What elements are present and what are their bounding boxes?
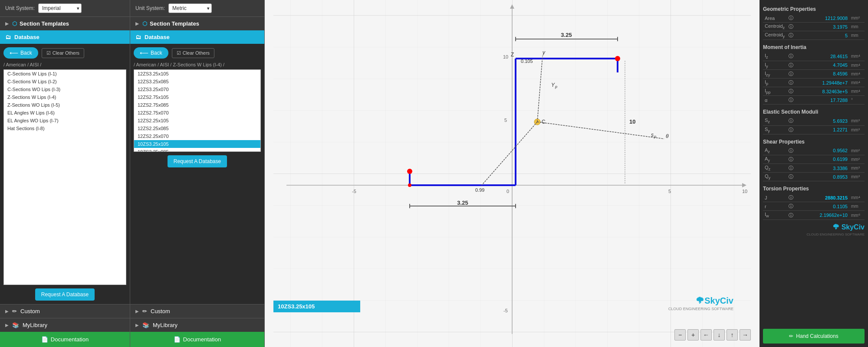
middle-back-icon: ⟵: [140, 49, 148, 56]
section-canvas: 0 5 10 -5 10 5 -5: [265, 0, 760, 347]
middle-custom-label: Custom: [151, 308, 170, 314]
left-unit-select-wrapper[interactable]: Imperial Metric: [38, 3, 82, 13]
middle-section-templates[interactable]: ▶ ⬡ Section Templates: [130, 17, 264, 30]
left-doc-button[interactable]: 📄 Documentation: [0, 332, 130, 347]
middle-unit-bar: Unit System: Imperial Metric: [130, 0, 264, 17]
middle-database-header[interactable]: 🗂 Database: [130, 30, 264, 44]
svg-text:5: 5: [504, 118, 507, 123]
middle-unit-select[interactable]: Imperial Metric: [168, 3, 212, 13]
list-item[interactable]: C-Sections WO Lips (I-3): [4, 85, 126, 93]
pan-down-button[interactable]: ↓: [713, 329, 725, 340]
left-database-header[interactable]: 🗂 Database: [0, 30, 130, 44]
svg-text:0.105: 0.105: [521, 59, 533, 64]
left-templates-icon: ⬡: [12, 20, 17, 27]
middle-back-button[interactable]: ⟵ Back: [134, 47, 168, 59]
hand-calculations-button[interactable]: ✏ Hand Calculations: [763, 329, 865, 344]
svg-text:5: 5: [668, 189, 671, 194]
table-row: α ⓘ 17.7288 °: [763, 96, 865, 105]
left-database-content: ⟵ Back ☑ Clear Others / American / AISI …: [0, 44, 130, 304]
pan-up-button[interactable]: ↑: [727, 329, 738, 340]
list-item[interactable]: EL Angles WO Lips (I-7): [4, 117, 126, 124]
middle-database-content: ⟵ Back ☑ Clear Others / American / AISI …: [130, 44, 264, 304]
table-row: Az ⓘ 0.9562 mm²: [763, 147, 865, 155]
left-section-list[interactable]: C-Sections W Lips (I-1) C-Sections W Lip…: [3, 69, 126, 285]
list-item[interactable]: C-Sections W Lips (I-1): [4, 70, 126, 78]
list-item[interactable]: 12ZS2.75x085: [134, 101, 260, 109]
middle-clear-button[interactable]: ☑ Clear Others: [172, 48, 214, 58]
pan-left-button[interactable]: ←: [700, 329, 712, 340]
left-mylibrary-item[interactable]: ▶ 📚 MyLibrary: [0, 318, 130, 332]
middle-mylibrary-item[interactable]: ▶ 📚 MyLibrary: [130, 318, 264, 332]
list-item[interactable]: 12ZS2.25x085: [134, 124, 260, 132]
canvas-controls: − + ← ↓ ↑ →: [674, 329, 751, 340]
left-unit-select[interactable]: Imperial Metric: [38, 3, 82, 13]
middle-clear-icon: ☑: [177, 50, 181, 56]
middle-doc-button[interactable]: 📄 Documentation: [130, 332, 264, 347]
zoom-in-button[interactable]: +: [687, 329, 699, 340]
torsion-props-table: J ⓘ 2880.3215 mm⁴ r ⓘ 0.1105 mm Iw ⓘ 2.1…: [763, 193, 865, 219]
left-doc-label: Documentation: [51, 336, 89, 343]
shear-props-title: Shear Properties: [763, 139, 865, 145]
middle-mylibrary-arrow: ▶: [135, 323, 139, 327]
list-item[interactable]: C-Sections W Lips (I-2): [4, 78, 126, 85]
svg-text:-5: -5: [352, 189, 356, 194]
list-item[interactable]: Hat Sections (I-8): [4, 124, 126, 132]
list-item[interactable]: 12ZS3.25x105: [134, 70, 260, 78]
left-section-templates[interactable]: ▶ ⬡ Section Templates: [0, 17, 130, 30]
left-templates-label: Section Templates: [20, 20, 69, 27]
left-custom-label: Custom: [20, 308, 40, 314]
middle-custom-item[interactable]: ▶ ✏ Custom: [130, 304, 264, 318]
middle-panel: Unit System: Imperial Metric ▶ ⬡ Section…: [130, 0, 265, 347]
middle-mylibrary-label: MyLibrary: [153, 322, 178, 328]
left-custom-icon: ✏: [12, 308, 17, 314]
svg-text:10: 10: [503, 54, 508, 59]
left-doc-icon: 📄: [41, 336, 48, 343]
skyciv-logo-text: 🌩 SkyCiv: [832, 223, 865, 231]
left-mylibrary-label: MyLibrary: [23, 322, 47, 328]
list-item[interactable]: EL Angles W Lips (I-6): [4, 109, 126, 117]
geo-props-table: Area ⓘ 1212.9008 mm² Centroidz ⓘ 3.1975 …: [763, 14, 865, 40]
left-panel: Unit System: Imperial Metric ▶ ⬡ Section…: [0, 0, 130, 347]
left-clear-button[interactable]: ☑ Clear Others: [42, 48, 84, 58]
left-request-button[interactable]: Request A Database: [35, 288, 95, 301]
middle-section-list[interactable]: 12ZS3.25x105 12ZS3.25x085 12ZS3.25x070 1…: [134, 69, 261, 152]
svg-text:🌩SkyCiv: 🌩SkyCiv: [696, 296, 734, 305]
list-item[interactable]: 12ZS2.75x105: [134, 93, 260, 101]
list-item[interactable]: 12ZS2.75x070: [134, 109, 260, 117]
list-item[interactable]: Z-Sections WO Lips (I-5): [4, 101, 126, 109]
list-item[interactable]: Z-Sections W Lips (I-4): [4, 93, 126, 101]
left-mylibrary-icon: 📚: [12, 322, 19, 328]
table-row: Ipp ⓘ 8.32463e+5 mm⁴: [763, 87, 865, 96]
middle-unit-select-wrapper[interactable]: Imperial Metric: [168, 3, 212, 13]
middle-templates-label: Section Templates: [150, 20, 199, 27]
pan-right-button[interactable]: →: [740, 329, 751, 340]
middle-custom-arrow: ▶: [135, 309, 139, 314]
list-item[interactable]: 12ZS3.25x085: [134, 78, 260, 85]
list-item-selected[interactable]: 10ZS3.25x105: [134, 140, 260, 148]
middle-database-label: Database: [145, 34, 170, 40]
list-item[interactable]: 12ZS2.25x105: [134, 117, 260, 124]
middle-breadcrumb: / American / AISI / Z-Sections W Lips (I…: [134, 62, 261, 67]
canvas-area[interactable]: 0 5 10 -5 10 5 -5: [265, 0, 760, 347]
table-row: Izy ⓘ 8.4596 mm⁴: [763, 69, 865, 78]
shear-props-table: Az ⓘ 0.9562 mm² Ay ⓘ 0.6199 mm² Qz ⓘ 3.3…: [763, 147, 865, 182]
list-item[interactable]: 12ZS3.25x070: [134, 85, 260, 93]
left-database-icon: 🗂: [5, 34, 11, 40]
middle-doc-label: Documentation: [183, 336, 221, 343]
list-item[interactable]: 12ZS2.25x070: [134, 132, 260, 140]
table-row: J ⓘ 2880.3215 mm⁴: [763, 193, 865, 202]
table-row: Sy ⓘ 1.2271 mm³: [763, 125, 865, 134]
left-mylibrary-arrow: ▶: [5, 323, 9, 327]
left-btn-row: ⟵ Back ☑ Clear Others: [3, 47, 126, 59]
table-row: Sz ⓘ 5.6923 mm³: [763, 117, 865, 125]
left-unit-label: Unit System:: [5, 5, 35, 11]
svg-text:10: 10: [629, 118, 635, 125]
left-custom-item[interactable]: ▶ ✏ Custom: [0, 304, 130, 318]
zoom-out-button[interactable]: −: [674, 329, 686, 340]
list-item[interactable]: 10ZS3.25x085: [134, 148, 260, 152]
middle-btn-row: ⟵ Back ☑ Clear Others: [134, 47, 261, 59]
moment-inertia-title: Moment of Inertia: [763, 44, 865, 50]
left-back-button[interactable]: ⟵ Back: [3, 47, 38, 59]
middle-request-button[interactable]: Request A Database: [168, 155, 227, 167]
svg-text:3.25: 3.25: [457, 200, 468, 206]
